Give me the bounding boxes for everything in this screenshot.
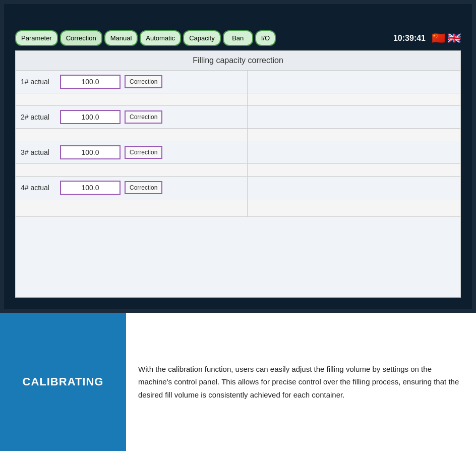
sub-row-1 — [16, 93, 460, 106]
bezel-bottom — [0, 309, 476, 313]
right-cell-2 — [248, 106, 460, 128]
screen: ZONESUN ZONESUN ZONESUN ZONESUN ZONESUN … — [0, 0, 476, 313]
table-row: 4# actual Correction — [16, 177, 460, 199]
bottom-section: CALIBRATING With the calibration functio… — [0, 313, 476, 451]
sub-right-3 — [248, 164, 460, 176]
correction-btn-3[interactable]: Correction — [125, 146, 162, 159]
value-input-4[interactable] — [60, 181, 121, 195]
tab-capacity[interactable]: Capacity — [183, 30, 221, 46]
main-content: Filling capacity correction 1# actual Co… — [15, 50, 461, 298]
description-box: With the calibration function, users can… — [126, 313, 476, 451]
bezel-top — [0, 0, 476, 4]
value-input-2[interactable] — [60, 110, 121, 124]
label-1: 1# actual — [21, 78, 56, 86]
value-input-3[interactable] — [60, 145, 121, 159]
bezel-right — [472, 0, 476, 313]
left-cell-1: 1# actual Correction — [16, 71, 248, 93]
right-cell-1 — [248, 71, 460, 93]
calibrating-label: CALIBRATING — [23, 375, 104, 388]
sub-row-4 — [16, 199, 460, 217]
table-row: 3# actual Correction — [16, 141, 460, 164]
time-display: 10:39:41 — [393, 34, 426, 43]
sub-right-2 — [248, 129, 460, 141]
sub-left-2 — [16, 129, 248, 141]
right-cell-3 — [248, 141, 460, 163]
flag-uk[interactable]: 🇬🇧 — [447, 32, 461, 45]
tab-ban[interactable]: Ban — [223, 30, 253, 46]
table-row: 2# actual Correction — [16, 106, 460, 129]
sub-row-3 — [16, 164, 460, 177]
tab-parameter[interactable]: Parameter — [15, 30, 58, 46]
correction-btn-1[interactable]: Correction — [125, 75, 162, 88]
sub-left-4 — [16, 199, 248, 216]
table-row: 1# actual Correction — [16, 71, 460, 93]
correction-btn-2[interactable]: Correction — [125, 110, 162, 124]
sub-left-1 — [16, 93, 248, 105]
calibrating-box: CALIBRATING — [0, 313, 126, 451]
flag-cn[interactable]: 🇨🇳 — [432, 32, 445, 45]
correction-btn-4[interactable]: Correction — [125, 181, 162, 194]
nav-bar: Parameter Correction Manual Automatic Ca… — [15, 30, 461, 46]
left-cell-3: 3# actual Correction — [16, 141, 248, 163]
sub-right-1 — [248, 93, 460, 105]
tab-automatic[interactable]: Automatic — [140, 30, 181, 46]
bezel-left — [0, 0, 4, 313]
sub-row-2 — [16, 129, 460, 141]
sub-right-4 — [248, 199, 460, 216]
tab-correction[interactable]: Correction — [60, 30, 102, 46]
table-area: 1# actual Correction 2# actual Correctio… — [16, 71, 460, 217]
label-2: 2# actual — [21, 113, 56, 121]
left-cell-2: 2# actual Correction — [16, 106, 248, 128]
sub-left-3 — [16, 164, 248, 176]
right-cell-4 — [248, 177, 460, 199]
content-title: Filling capacity correction — [16, 51, 460, 71]
value-input-1[interactable] — [60, 75, 121, 89]
description-text: With the calibration function, users can… — [138, 363, 464, 402]
flags: 🇨🇳 🇬🇧 — [432, 32, 461, 45]
tab-manual[interactable]: Manual — [104, 30, 138, 46]
tab-io[interactable]: I/O — [255, 30, 276, 46]
label-3: 3# actual — [21, 148, 56, 156]
left-cell-4: 4# actual Correction — [16, 177, 248, 199]
label-4: 4# actual — [21, 184, 56, 192]
